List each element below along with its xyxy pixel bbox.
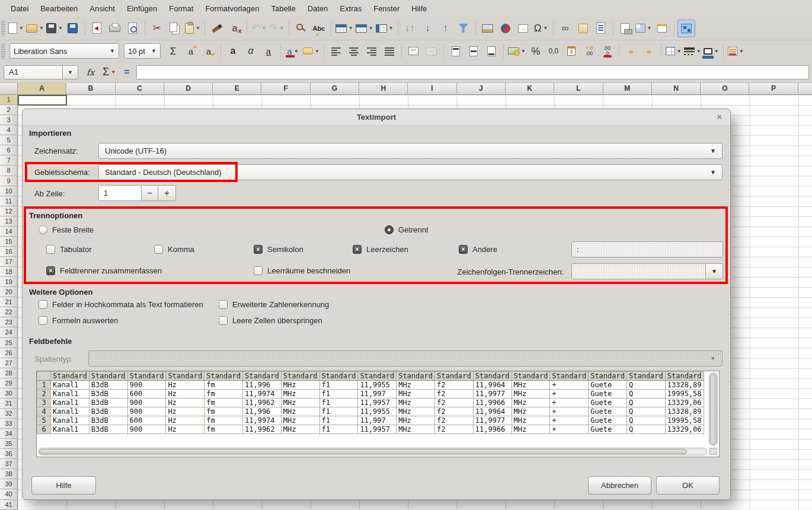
row-header-40[interactable]: 40 xyxy=(0,489,18,499)
row-header-16[interactable]: 16 xyxy=(0,247,18,257)
menu-item-ansicht[interactable]: Ansicht xyxy=(84,2,121,15)
headers-footers-icon[interactable] xyxy=(592,20,610,37)
from-row-input[interactable]: 1 xyxy=(98,185,142,201)
select-all-corner[interactable] xyxy=(0,83,18,95)
import-preview-panel[interactable]: StandardStandardStandardStandardStandard… xyxy=(36,371,720,457)
date-format-icon[interactable]: 3 xyxy=(562,42,580,60)
checkbox-andere[interactable]: ×Andere xyxy=(459,245,497,254)
table-icon[interactable]: ▼ xyxy=(334,20,354,37)
row-header-21[interactable]: 21 xyxy=(0,297,18,307)
help-button[interactable]: Hilfe xyxy=(31,476,96,495)
row-header-27[interactable]: 27 xyxy=(0,358,18,368)
row-header-8[interactable]: 8 xyxy=(0,165,18,176)
row-header-28[interactable]: 28 xyxy=(0,368,18,378)
wrap-text-icon[interactable] xyxy=(405,42,423,60)
merge-cells-icon[interactable] xyxy=(423,42,440,60)
chevron-down-icon[interactable]: ▼ xyxy=(647,26,652,31)
insert-rows-icon[interactable]: ▼ xyxy=(354,20,375,37)
row-header-9[interactable]: 9 xyxy=(0,176,18,186)
row-header-7[interactable]: 7 xyxy=(0,155,18,165)
export-pdf-icon[interactable] xyxy=(88,20,106,37)
column-header-e[interactable]: E xyxy=(213,83,261,94)
row-header-30[interactable]: 30 xyxy=(0,388,18,399)
row-header-15[interactable]: 15 xyxy=(0,237,18,247)
chevron-down-icon[interactable]: ▼ xyxy=(105,48,115,54)
checkbox-leerraeume-beschneiden[interactable]: Leerräume beschneiden xyxy=(254,266,350,275)
toolbar-drag-handle[interactable] xyxy=(1,21,5,36)
chevron-down-icon[interactable]: ▼ xyxy=(677,49,682,54)
column-header-m[interactable]: M xyxy=(603,83,652,94)
checkbox-erweiterte-zahlenerkennung[interactable]: Erweiterte Zahlenerkennung xyxy=(219,300,329,309)
row-header-37[interactable]: 37 xyxy=(0,459,18,469)
preview-column-header-12[interactable]: Standard xyxy=(473,372,512,381)
decrease-indent-icon[interactable]: « xyxy=(640,42,658,60)
chevron-down-icon[interactable]: ▼ xyxy=(146,48,156,54)
chevron-down-icon[interactable]: ▼ xyxy=(196,26,200,31)
menu-item-fenster[interactable]: Fenster xyxy=(367,2,405,15)
sort-descending-icon[interactable]: ↑ xyxy=(437,20,455,37)
special-character-icon[interactable]: Ω▼ xyxy=(532,20,550,37)
chevron-down-icon[interactable]: ▼ xyxy=(280,26,284,31)
name-box[interactable]: A1 xyxy=(4,65,63,79)
redo-icon[interactable]: ↷▼ xyxy=(268,20,286,37)
chevron-down-icon[interactable]: ▼ xyxy=(521,49,526,54)
print-area-icon[interactable] xyxy=(616,20,634,37)
menu-item-hilfe[interactable]: Hilfe xyxy=(405,2,433,15)
row-header-14[interactable]: 14 xyxy=(0,227,18,237)
find-replace-icon[interactable] xyxy=(292,20,310,37)
row-header-12[interactable]: 12 xyxy=(0,206,18,216)
other-separator-input[interactable]: : xyxy=(571,241,723,257)
checkbox-komma[interactable]: Komma xyxy=(154,245,194,254)
column-header-c[interactable]: C xyxy=(116,83,164,94)
font-size-combo[interactable]: 10 pt ▼ xyxy=(124,43,161,59)
freeze-panes-icon[interactable]: ▼ xyxy=(634,20,653,37)
preview-column-header-10[interactable]: Standard xyxy=(397,372,435,381)
close-icon[interactable]: × xyxy=(717,111,722,122)
column-header-p[interactable]: P xyxy=(749,83,798,94)
underline-icon[interactable]: a xyxy=(260,42,277,60)
font-name-combo[interactable]: Liberation Sans ▼ xyxy=(9,43,119,59)
align-justify-icon[interactable] xyxy=(381,42,398,60)
row-header-31[interactable]: 31 xyxy=(0,399,18,409)
sum-icon[interactable]: Σ xyxy=(103,66,109,78)
save-icon[interactable]: ▼ xyxy=(45,20,64,37)
row-header-23[interactable]: 23 xyxy=(0,317,18,327)
border-style-icon[interactable]: ▼ xyxy=(683,42,702,60)
column-header-d[interactable]: D xyxy=(164,83,213,94)
autosave-icon[interactable] xyxy=(64,20,82,37)
string-delimiter-combobox[interactable]: ▼ xyxy=(571,263,723,279)
row-header-10[interactable]: 10 xyxy=(0,186,18,196)
preview-column-header-13[interactable]: Standard xyxy=(512,372,550,381)
column-header-b[interactable]: B xyxy=(66,83,115,94)
chevron-down-icon[interactable]: ▼ xyxy=(262,26,267,31)
row-header-34[interactable]: 34 xyxy=(0,429,18,439)
italic-icon[interactable]: α xyxy=(242,42,260,60)
menu-item-tabelle[interactable]: Tabelle xyxy=(265,2,301,15)
charset-dropdown[interactable]: Unicode (UTF-16) ▼ xyxy=(98,143,723,159)
align-bottom-icon[interactable] xyxy=(482,42,500,60)
sort-ascending-icon[interactable]: ↓ xyxy=(419,20,437,37)
preview-column-header-16[interactable]: Standard xyxy=(626,372,665,381)
align-vcenter-icon[interactable] xyxy=(465,42,482,60)
align-left-icon[interactable] xyxy=(327,42,345,60)
insert-columns-icon[interactable]: ▼ xyxy=(375,20,395,37)
preview-column-header-7[interactable]: Standard xyxy=(281,372,319,381)
chevron-down-icon[interactable]: ▼ xyxy=(349,26,353,31)
horizontal-scrollbar-thumb[interactable] xyxy=(39,449,687,454)
row-header-18[interactable]: 18 xyxy=(0,267,18,277)
preview-column-header-9[interactable]: Standard xyxy=(358,372,397,381)
add-decimal-icon[interactable]: +.0 .00 xyxy=(580,42,598,60)
row-header-6[interactable]: 6 xyxy=(0,145,18,155)
borders-icon[interactable]: ▼ xyxy=(664,42,683,60)
column-header-l[interactable]: L xyxy=(554,83,603,94)
menu-item-bearbeiten[interactable]: Bearbeiten xyxy=(34,2,84,15)
chevron-down-icon[interactable]: ▼ xyxy=(389,26,394,31)
row-header-26[interactable]: 26 xyxy=(0,348,18,358)
row-header-41[interactable]: 41 xyxy=(0,500,18,510)
row-header-4[interactable]: 4 xyxy=(0,125,18,135)
row-header-22[interactable]: 22 xyxy=(0,307,18,317)
row-header-3[interactable]: 3 xyxy=(0,115,18,125)
equals-icon[interactable]: = xyxy=(124,67,129,78)
checkbox-semikolon[interactable]: ×Semikolon xyxy=(254,245,303,254)
preview-column-header-3[interactable]: Standard xyxy=(127,372,166,381)
